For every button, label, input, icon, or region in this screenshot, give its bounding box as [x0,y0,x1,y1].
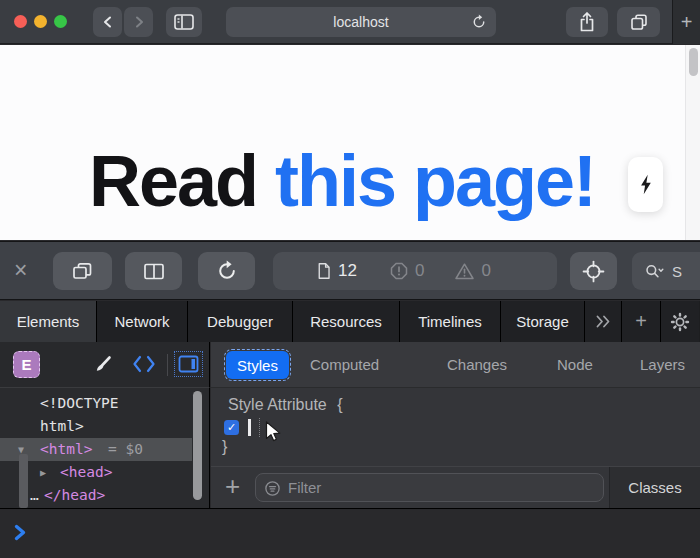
address-bar[interactable]: localhost [226,7,496,37]
tab-network[interactable]: Network [97,301,188,342]
plus-icon: + [635,310,647,333]
warning-count-value: 0 [481,261,490,281]
tab-timelines[interactable]: Timelines [400,301,501,342]
console-prompt-icon [14,524,27,541]
console-prompt-bar[interactable] [0,508,700,558]
element-picker-button[interactable] [570,252,617,290]
share-icon [577,11,597,33]
page-scrollbar-thumb[interactable] [689,48,698,76]
lightning-bolt-icon [638,173,653,196]
dom-row-html-selected[interactable]: ▼ <html> = $0 [0,438,192,461]
devtools-tab-bar: Elements Network Debugger Resources Time… [0,301,700,342]
dom-row-head-close[interactable]: … </head> [0,484,210,507]
styles-panel: Style Attribute { ✓ } + [211,388,700,508]
ellipsis-text: … [30,484,39,507]
classes-label: Classes [628,479,681,496]
browser-toolbar: localhost + [0,0,700,44]
heading-blue-text: this page! [275,141,595,221]
devtools-reload-button[interactable] [198,252,255,290]
dom-row-doctype-2[interactable]: html> [0,415,210,438]
property-checkbox[interactable]: ✓ [224,420,239,435]
safari-window: localhost + Read [0,0,700,558]
new-tab-button[interactable]: + [672,0,700,44]
disclosure-triangle-icon[interactable]: ▶ [40,461,46,484]
tab-resources[interactable]: Resources [293,301,400,342]
tab-storage[interactable]: Storage [501,301,585,342]
web-page-content: Read this page! [0,45,700,240]
doctype-text: html> [40,415,84,438]
reload-icon [471,14,487,30]
add-tab-button[interactable]: + [622,301,661,342]
styletab-node[interactable]: Node [557,356,593,373]
bolt-button[interactable] [628,157,663,212]
tab-elements[interactable]: Elements [0,301,97,342]
style-panel-tabs: Styles Computed Changes Node Layers [211,342,700,388]
close-brace: } [222,438,227,456]
warning-count: 0 [454,261,490,281]
property-edit-field[interactable] [246,418,260,437]
text-caret [248,419,251,436]
reload-button[interactable] [471,14,487,30]
gear-icon [670,312,690,332]
crosshair-icon [582,260,605,283]
dom-row-head[interactable]: ▶ <head> [0,461,210,484]
add-rule-button[interactable]: + [225,471,240,502]
resource-status-bar[interactable]: 12 0 0 [273,252,557,290]
minimize-window-button[interactable] [34,15,47,28]
open-brace: { [337,396,342,413]
dock-side-button[interactable] [53,252,112,290]
dom-indent-guide [19,454,28,508]
styletab-computed[interactable]: Computed [310,356,379,373]
dom-scrollbar-thumb[interactable] [193,391,202,500]
code-brackets-icon [131,354,157,374]
rule-selector: Style Attribute [228,396,327,413]
paintbrush-icon [90,354,114,376]
style-rule-header: Style Attribute { [228,396,343,414]
styletab-changes[interactable]: Changes [447,356,507,373]
back-button[interactable] [93,7,122,37]
html-tag: <html> [40,438,92,461]
forward-button[interactable] [124,7,153,37]
more-tabs-button[interactable] [585,301,622,342]
doctype-text: <!DOCTYPE [40,392,119,415]
document-icon [315,261,332,281]
checkmark-icon: ✓ [227,421,236,434]
devtools-search-field[interactable]: S [632,252,700,290]
zoom-window-button[interactable] [54,15,67,28]
sidebar-toggle-button[interactable] [166,7,202,37]
heading-black-text: Read [89,141,275,221]
styletab-styles[interactable]: Styles [226,351,289,379]
dock-windows-icon [70,260,95,282]
close-window-button[interactable] [14,15,27,28]
head-tag: <head> [60,461,112,484]
mouse-cursor [265,421,282,443]
split-console-button[interactable] [125,252,182,290]
classes-toggle-button[interactable]: Classes [609,467,700,508]
styletab-layers[interactable]: Layers [640,356,685,373]
error-octagon-icon [389,261,409,281]
details-sidebar-toggle[interactable] [177,354,200,374]
error-count: 0 [389,261,424,281]
reload-icon [216,260,238,282]
devtools-toolbar: × 12 [0,241,700,300]
filter-input[interactable] [255,473,604,502]
sidebar-icon [173,13,195,31]
chevron-left-icon [100,14,116,30]
chevron-right-icon [131,14,147,30]
warning-triangle-icon [454,262,475,281]
tab-overview-button[interactable] [617,7,660,37]
toolbar-divider [167,354,168,376]
arrow-cursor-icon [265,421,282,443]
dom-row-doctype-1[interactable]: <!DOCTYPE [0,392,210,415]
dom-tree-panel: <!DOCTYPE html> ▼ <html> = $0 ▶ <head> …… [0,388,210,508]
settings-button[interactable] [661,301,699,342]
share-button[interactable] [566,7,608,37]
page-scrollbar[interactable] [685,45,700,240]
close-devtools-button[interactable]: × [14,257,27,283]
double-chevron-icon [595,314,612,329]
resource-count-value: 12 [338,261,357,281]
force-styles-button[interactable] [90,354,114,376]
source-code-button[interactable] [131,354,157,374]
search-icon [644,262,666,280]
tab-debugger[interactable]: Debugger [188,301,293,342]
